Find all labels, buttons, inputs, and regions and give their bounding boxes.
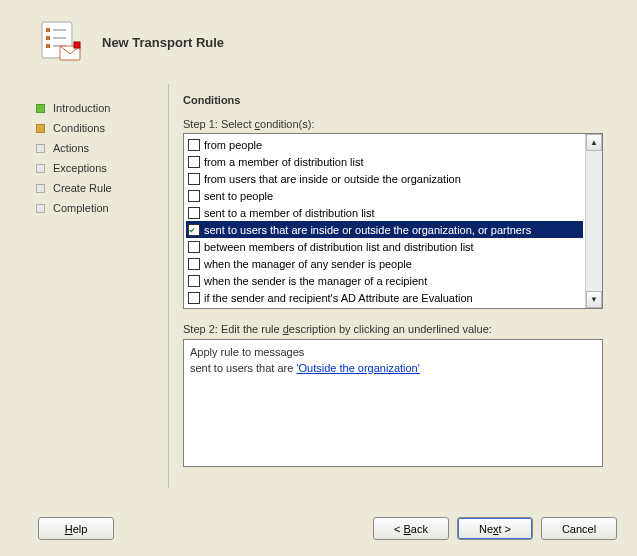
back-button[interactable]: < Back bbox=[373, 517, 449, 540]
step-label: Conditions bbox=[53, 122, 105, 134]
scroll-down-button[interactable]: ▼ bbox=[586, 291, 602, 308]
condition-label: sent to users that are inside or outside… bbox=[200, 224, 583, 236]
scroll-track[interactable] bbox=[586, 151, 602, 291]
condition-label: when the sender is the manager of a reci… bbox=[200, 275, 583, 287]
button-bar: Help < Back Next > Cancel bbox=[0, 505, 637, 556]
step-status-icon bbox=[36, 124, 45, 133]
svg-rect-4 bbox=[46, 44, 50, 48]
step-status-icon bbox=[36, 144, 45, 153]
condition-row[interactable]: from users that are inside or outside th… bbox=[186, 170, 583, 187]
conditions-listbox[interactable]: from peoplefrom a member of distribution… bbox=[183, 133, 603, 309]
step-status-icon bbox=[36, 184, 45, 193]
wizard-icon bbox=[36, 18, 84, 66]
condition-label: when the manager of any sender is people bbox=[200, 258, 583, 270]
step1-label: Step 1: Select condition(s): bbox=[183, 118, 613, 130]
svg-rect-3 bbox=[46, 36, 50, 40]
svg-rect-9 bbox=[74, 42, 80, 48]
condition-label: from a member of distribution list bbox=[200, 156, 583, 168]
condition-row[interactable]: when the manager of any sender is people bbox=[186, 255, 583, 272]
condition-row[interactable]: if the sender and recipient's AD Attribu… bbox=[186, 289, 583, 306]
condition-checkbox[interactable] bbox=[188, 275, 200, 287]
step-exceptions[interactable]: Exceptions bbox=[30, 158, 168, 178]
step-actions[interactable]: Actions bbox=[30, 138, 168, 158]
condition-checkbox[interactable] bbox=[188, 139, 200, 151]
condition-row[interactable]: sent to people bbox=[186, 187, 583, 204]
scroll-up-button[interactable]: ▲ bbox=[586, 134, 602, 151]
rule-description-box[interactable]: Apply rule to messages sent to users tha… bbox=[183, 339, 603, 467]
condition-label: from users that are inside or outside th… bbox=[200, 173, 583, 185]
step-introduction[interactable]: Introduction bbox=[30, 98, 168, 118]
condition-label: if the sender and recipient's AD Attribu… bbox=[200, 292, 583, 304]
svg-rect-2 bbox=[46, 28, 50, 32]
step-status-icon bbox=[36, 164, 45, 173]
scope-link[interactable]: 'Outside the organization' bbox=[296, 362, 419, 374]
step-label: Actions bbox=[53, 142, 89, 154]
step-status-icon bbox=[36, 104, 45, 113]
step-label: Create Rule bbox=[53, 182, 112, 194]
condition-row[interactable]: sent to users that are inside or outside… bbox=[186, 221, 583, 238]
condition-row[interactable]: from people bbox=[186, 136, 583, 153]
cancel-button[interactable]: Cancel bbox=[541, 517, 617, 540]
condition-label: between members of distribution list and… bbox=[200, 241, 583, 253]
condition-label: sent to a member of distribution list bbox=[200, 207, 583, 219]
condition-label: sent to people bbox=[200, 190, 583, 202]
condition-row[interactable]: between members of distribution list and… bbox=[186, 238, 583, 255]
condition-row[interactable]: sent to a member of distribution list bbox=[186, 204, 583, 221]
step-status-icon bbox=[36, 204, 45, 213]
wizard-title: New Transport Rule bbox=[102, 35, 224, 50]
description-line: Apply rule to messages bbox=[190, 344, 596, 360]
condition-row[interactable]: from a member of distribution list bbox=[186, 153, 583, 170]
section-title: Conditions bbox=[183, 94, 613, 106]
vertical-scrollbar[interactable]: ▲ ▼ bbox=[585, 134, 602, 308]
next-button[interactable]: Next > bbox=[457, 517, 533, 540]
condition-checkbox[interactable] bbox=[188, 241, 200, 253]
condition-checkbox[interactable] bbox=[188, 258, 200, 270]
condition-checkbox[interactable] bbox=[188, 292, 200, 304]
step-label: Completion bbox=[53, 202, 109, 214]
step-conditions[interactable]: Conditions bbox=[30, 118, 168, 138]
step-label: Introduction bbox=[53, 102, 110, 114]
condition-checkbox[interactable] bbox=[188, 190, 200, 202]
description-line: sent to users that are 'Outside the orga… bbox=[190, 360, 596, 376]
condition-checkbox[interactable] bbox=[188, 156, 200, 168]
step-completion[interactable]: Completion bbox=[30, 198, 168, 218]
step2-label: Step 2: Edit the rule description by cli… bbox=[183, 323, 613, 335]
step-label: Exceptions bbox=[53, 162, 107, 174]
wizard-steps-sidebar: Introduction Conditions Actions Exceptio… bbox=[30, 84, 168, 488]
condition-checkbox[interactable] bbox=[188, 207, 200, 219]
help-button[interactable]: Help bbox=[38, 517, 114, 540]
condition-checkbox[interactable] bbox=[188, 173, 200, 185]
condition-row[interactable]: when the sender is the manager of a reci… bbox=[186, 272, 583, 289]
condition-label: from people bbox=[200, 139, 583, 151]
condition-checkbox[interactable] bbox=[188, 224, 200, 236]
step-create-rule[interactable]: Create Rule bbox=[30, 178, 168, 198]
